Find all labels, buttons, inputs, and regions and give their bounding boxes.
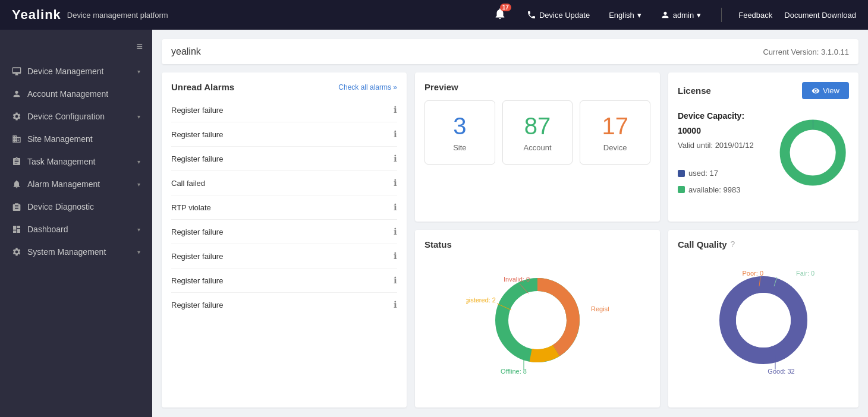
device-label: Device: [597, 143, 633, 152]
info-icon[interactable]: ℹ: [394, 226, 397, 237]
device-number: 17: [597, 113, 633, 140]
check-all-alarms-link[interactable]: Check all alarms »: [338, 83, 397, 91]
chevron-icon: ▾: [137, 226, 140, 233]
available-label: available: 9983: [688, 183, 740, 197]
license-title: License: [678, 86, 711, 96]
language-selector[interactable]: English ▾: [605, 11, 645, 20]
site-number: 3: [442, 113, 478, 140]
main-layout: ≡ Device Management ▾ Account Management…: [0, 30, 868, 417]
device-update-button[interactable]: Device Update: [523, 10, 593, 20]
alarm-item: Register failure ℹ: [171, 244, 397, 268]
alarm-list: Register failure ℹ Register failure ℹ Re…: [171, 98, 397, 398]
svg-text:Good: 32: Good: 32: [768, 368, 794, 375]
info-icon[interactable]: ℹ: [394, 178, 397, 188]
content-header: yealink Current Version: 3.1.0.11: [162, 39, 858, 64]
sidebar-item-task-management[interactable]: Task Management ▾: [0, 150, 152, 173]
used-dot: [678, 170, 685, 177]
call-quality-card: Call Quality ? Poor: 0 Fair: 0 Good: 32: [668, 230, 858, 407]
sidebar-item-dashboard[interactable]: Dashboard ▾: [0, 218, 152, 241]
preview-title: Preview: [424, 82, 650, 92]
hamburger-button[interactable]: ≡: [0, 36, 152, 60]
info-icon[interactable]: ℹ: [394, 129, 397, 140]
svg-text:Poor: 0: Poor: 0: [743, 270, 763, 277]
call-quality-header: Call Quality ?: [678, 239, 849, 249]
alarm-label: Register failure: [171, 228, 223, 236]
sidebar-item-device-management[interactable]: Device Management ▾: [0, 60, 152, 83]
capacity-label: Device Capacity: 10000: [678, 111, 744, 135]
chevron-down-icon: ▾: [637, 11, 641, 20]
alarm-item: Register failure ℹ: [171, 98, 397, 122]
svg-text:Registered: 7: Registered: 7: [591, 305, 609, 312]
top-navigation: Yealink Device management platform 17 De…: [0, 0, 868, 30]
license-body: Device Capacity: 10000 Valid until: 2019…: [678, 109, 849, 197]
status-title: Status: [424, 239, 650, 249]
alarm-item: Register failure ℹ: [171, 147, 397, 171]
chevron-down-icon: ▾: [697, 11, 701, 20]
sidebar-item-account-management[interactable]: Account Management: [0, 83, 152, 105]
sidebar: ≡ Device Management ▾ Account Management…: [0, 30, 152, 417]
info-icon[interactable]: ℹ: [394, 202, 397, 213]
alarm-item: Register failure ℹ: [171, 122, 397, 147]
brand-subtitle: Device management platform: [67, 11, 168, 20]
sidebar-item-label: Dashboard: [27, 225, 68, 234]
device-update-label: Device Update: [539, 11, 590, 20]
preview-card: Preview 3 Site 87 Account 17 Device: [415, 72, 660, 222]
svg-point-2: [791, 131, 834, 173]
sidebar-item-label: Task Management: [27, 157, 95, 166]
valid-label: Valid until: 2019/01/12: [678, 141, 754, 150]
feedback-link[interactable]: Feedback: [738, 11, 772, 20]
call-quality-title: Call Quality: [678, 239, 727, 249]
license-donut-chart: [776, 114, 849, 191]
legend-used: used: 17: [678, 166, 765, 180]
bell-badge: 17: [500, 4, 511, 11]
sidebar-item-device-diagnostic[interactable]: Device Diagnostic: [0, 195, 152, 218]
status-donut-chart: Invalid: 0 Registered: 7 Unregistered: 2…: [466, 258, 609, 383]
help-icon[interactable]: ?: [731, 239, 735, 249]
sidebar-item-alarm-management[interactable]: Alarm Management ▾: [0, 173, 152, 195]
license-header: License View: [678, 82, 849, 99]
account-stat: 87 Account: [502, 100, 573, 165]
alarm-label: Register failure: [171, 301, 223, 309]
sidebar-item-system-management[interactable]: System Management ▾: [0, 241, 152, 263]
sidebar-item-label: Device Configuration: [27, 112, 105, 121]
site-label: Site: [442, 143, 478, 152]
info-icon[interactable]: ℹ: [394, 251, 397, 261]
bell-button[interactable]: 17: [493, 7, 507, 23]
alarm-label: Register failure: [171, 252, 223, 261]
alarms-title: Unread Alarms: [171, 82, 234, 92]
call-quality-donut-chart: Poor: 0 Fair: 0 Good: 32: [692, 258, 835, 383]
svg-point-6: [511, 294, 564, 346]
alarm-label: Register failure: [171, 106, 223, 115]
document-download-link[interactable]: Document Download: [784, 11, 856, 20]
svg-text:Fair: 0: Fair: 0: [796, 270, 814, 277]
info-icon[interactable]: ℹ: [394, 153, 397, 164]
language-label: English: [609, 11, 634, 20]
license-card: License View Device Capacity: 10000 Vali…: [668, 72, 858, 222]
chevron-icon: ▾: [137, 249, 140, 255]
sidebar-item-device-configuration[interactable]: Device Configuration ▾: [0, 105, 152, 128]
sidebar-item-label: Device Management: [27, 67, 103, 76]
admin-menu[interactable]: admin ▾: [657, 10, 705, 20]
alarm-item: RTP violate ℹ: [171, 195, 397, 220]
sidebar-item-label: Account Management: [27, 89, 108, 99]
license-legend: used: 17 available: 9983: [678, 166, 765, 197]
alarms-card: Unread Alarms Check all alarms » Registe…: [162, 72, 407, 407]
brand: Yealink Device management platform: [12, 7, 168, 23]
alarm-label: Call failed: [171, 179, 205, 188]
sidebar-item-label: System Management: [27, 247, 106, 257]
alarm-label: RTP violate: [171, 203, 211, 212]
nav-divider: [721, 8, 722, 22]
view-button[interactable]: View: [802, 82, 849, 99]
chevron-icon: ▾: [137, 68, 140, 75]
alarm-label: Register failure: [171, 130, 223, 139]
alarm-label: Register failure: [171, 154, 223, 163]
info-icon[interactable]: ℹ: [394, 105, 397, 115]
svg-text:Unregistered: 2: Unregistered: 2: [466, 296, 496, 304]
svg-text:Invalid: 0: Invalid: 0: [504, 276, 530, 283]
legend-available: available: 9983: [678, 183, 765, 197]
account-label: Account: [520, 143, 556, 152]
info-icon[interactable]: ℹ: [394, 299, 397, 310]
sidebar-item-site-management[interactable]: Site Management: [0, 128, 152, 150]
info-icon[interactable]: ℹ: [394, 275, 397, 286]
brand-logo: Yealink: [12, 7, 61, 23]
